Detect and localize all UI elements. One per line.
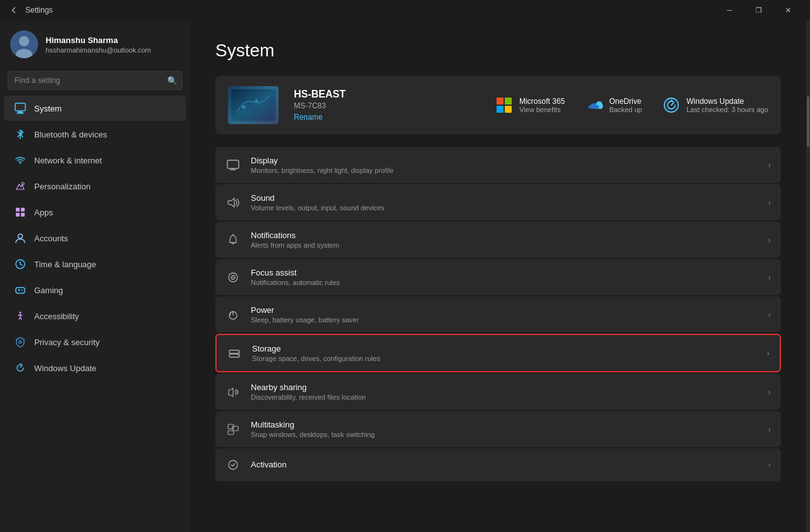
svg-point-12 <box>18 234 23 239</box>
multitasking-text: Multitasking Snap windows, desktops, tas… <box>251 420 758 438</box>
network-icon <box>14 154 27 167</box>
multitasking-chevron: › <box>768 425 771 434</box>
ms365-link[interactable]: Microsoft 365 View benefits <box>495 96 565 114</box>
sidebar-item-network[interactable]: Network & internet <box>4 148 186 173</box>
minimize-button[interactable]: ─ <box>715 0 744 20</box>
onedrive-info: OneDrive Backed up <box>609 97 642 113</box>
display-sub: Monitors, brightness, night light, displ… <box>251 167 758 174</box>
time-icon <box>14 258 27 270</box>
close-button[interactable]: ✕ <box>773 0 802 20</box>
ms365-icon <box>495 96 513 114</box>
svg-rect-27 <box>227 160 239 168</box>
settings-row-notifications[interactable]: Notifications Alerts from apps and syste… <box>215 222 781 258</box>
settings-row-sound[interactable]: Sound Volume levels, output, input, soun… <box>215 184 781 220</box>
svg-point-6 <box>20 163 21 164</box>
sidebar-item-update[interactable]: Windows Update <box>4 355 186 381</box>
sidebar-item-gaming-label: Gaming <box>34 286 63 295</box>
back-button[interactable] <box>8 4 20 16</box>
svg-rect-19 <box>231 89 275 121</box>
settings-row-activation[interactable]: Activation › <box>215 448 781 481</box>
focus-title: Focus assist <box>251 268 758 277</box>
sound-title: Sound <box>251 193 758 203</box>
svg-point-18 <box>19 341 22 343</box>
focus-sub: Notifications, automatic rules <box>251 279 758 286</box>
sidebar-item-time[interactable]: Time & language <box>4 251 186 277</box>
sidebar-item-bluetooth[interactable]: Bluetooth & devices <box>4 122 186 147</box>
apps-icon <box>14 206 27 218</box>
settings-row-power[interactable]: Power Sleep, battery usage, battery save… <box>215 296 781 332</box>
sidebar-item-accounts[interactable]: Accounts <box>4 225 186 251</box>
onedrive-name: OneDrive <box>609 97 642 106</box>
avatar <box>10 30 38 58</box>
power-sub: Sleep, battery usage, battery saver <box>251 316 758 324</box>
svg-point-1 <box>19 36 29 46</box>
search-input[interactable] <box>8 71 182 90</box>
page-title: System <box>215 41 781 61</box>
window-controls: ─ ❐ ✕ <box>715 0 802 20</box>
svg-point-20 <box>242 105 246 109</box>
sidebar-item-bluetooth-label: Bluetooth & devices <box>34 130 107 139</box>
storage-chevron: › <box>767 349 769 358</box>
activation-title: Activation <box>251 460 758 469</box>
sound-icon <box>225 195 241 210</box>
power-text: Power Sleep, battery usage, battery save… <box>251 305 758 324</box>
sidebar-search-container: 🔍 <box>8 71 182 90</box>
sidebar-item-privacy[interactable]: Privacy & security <box>4 329 186 355</box>
svg-point-15 <box>21 289 22 291</box>
wupdate-sub: Last checked: 3 hours ago <box>687 106 768 113</box>
svg-point-21 <box>255 99 258 102</box>
rename-link[interactable]: Rename <box>294 113 480 122</box>
device-image <box>228 86 279 124</box>
settings-row-storage[interactable]: Storage Storage space, drives, configura… <box>215 334 781 372</box>
scrollbar-track[interactable] <box>806 20 810 532</box>
sidebar-item-system-label: System <box>34 104 61 113</box>
svg-rect-38 <box>228 431 234 434</box>
settings-row-multitasking[interactable]: Multitasking Snap windows, desktops, tas… <box>215 411 781 447</box>
device-info: HS-BEAST MS-7C83 Rename <box>294 89 480 122</box>
notifications-chevron: › <box>768 236 771 244</box>
multitasking-title: Multitasking <box>251 420 758 429</box>
privacy-icon <box>14 336 27 348</box>
sidebar-item-apps[interactable]: Apps <box>4 200 186 225</box>
accounts-icon <box>14 232 27 244</box>
user-name: Himanshu Sharma <box>46 35 151 45</box>
restore-button[interactable]: ❐ <box>744 0 773 20</box>
user-email: hssharmahimanshu@outlook.com <box>46 46 151 54</box>
sidebar-item-gaming[interactable]: Gaming <box>4 277 186 303</box>
onedrive-link[interactable]: OneDrive Backed up <box>585 96 642 114</box>
display-text: Display Monitors, brightness, night ligh… <box>251 156 758 174</box>
sidebar-item-accounts-label: Accounts <box>34 234 68 243</box>
settings-row-focus[interactable]: Focus assist Notifications, automatic ru… <box>215 259 781 295</box>
sound-text: Sound Volume levels, output, input, soun… <box>251 193 758 212</box>
sidebar-item-system[interactable]: System <box>4 96 186 121</box>
display-chevron: › <box>768 161 771 170</box>
multitasking-icon <box>225 422 241 437</box>
svg-rect-24 <box>497 106 503 113</box>
wupdate-link[interactable]: Windows Update Last checked: 3 hours ago <box>662 96 768 114</box>
svg-point-16 <box>22 290 23 291</box>
search-icon: 🔍 <box>167 76 177 86</box>
scrollbar-thumb[interactable] <box>807 96 809 147</box>
svg-rect-22 <box>497 98 503 104</box>
svg-point-17 <box>20 312 22 314</box>
settings-row-nearby[interactable]: Nearby sharing Discoverability, received… <box>215 374 781 410</box>
power-title: Power <box>251 305 758 315</box>
ms365-info: Microsoft 365 View benefits <box>519 97 565 113</box>
ms365-name: Microsoft 365 <box>519 97 565 106</box>
svg-rect-11 <box>21 213 25 217</box>
sidebar-item-accessibility-label: Accessibility <box>34 312 79 321</box>
sidebar-item-accessibility[interactable]: Accessibility <box>4 303 186 329</box>
nav-list: System Bluetooth & devices <box>0 95 190 381</box>
accessibility-icon <box>14 310 27 322</box>
sidebar-item-time-label: Time & language <box>34 260 96 269</box>
settings-row-display[interactable]: Display Monitors, brightness, night ligh… <box>215 147 781 183</box>
sidebar-item-personalization[interactable]: Personalization <box>4 174 186 199</box>
window-title: Settings <box>25 6 710 15</box>
svg-rect-8 <box>16 208 20 212</box>
svg-point-30 <box>232 277 234 278</box>
multitasking-sub: Snap windows, desktops, task switching <box>251 431 758 438</box>
svg-point-35 <box>237 355 239 356</box>
personalization-icon <box>14 180 27 193</box>
system-quick-links: Microsoft 365 View benefits OneDrive <box>495 96 768 114</box>
onedrive-sub: Backed up <box>609 106 642 113</box>
